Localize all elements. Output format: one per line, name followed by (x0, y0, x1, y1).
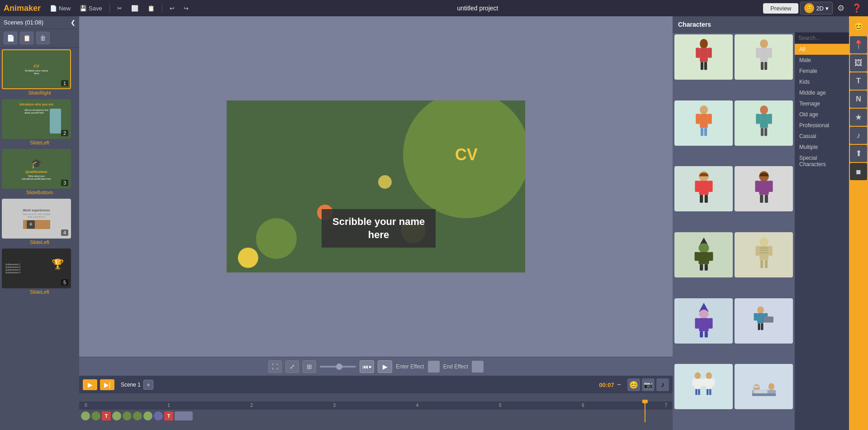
character-card-7[interactable] (674, 232, 733, 277)
save-button[interactable]: 💾 Save (76, 4, 106, 13)
zoom-track[interactable] (320, 366, 356, 368)
scene-thumbnail-3: 🎓 Qualification Write about youreducatio… (2, 149, 71, 189)
timeline-add-button[interactable]: + (143, 380, 153, 390)
delete-scene-button[interactable]: 🗑 (36, 32, 50, 44)
side-icon-character[interactable]: 😊 (850, 18, 867, 35)
characters-title: Characters (678, 21, 711, 28)
scene-item-3[interactable]: 🎓 Qualification Write about youreducatio… (2, 149, 77, 197)
timeline-char-icon[interactable]: 😊 (627, 378, 640, 391)
save-icon: 💾 (80, 5, 87, 12)
filter-old-age[interactable]: Old age (795, 109, 849, 120)
svg-rect-5 (704, 62, 707, 70)
side-icon-music[interactable]: ♪ (850, 127, 867, 144)
side-icon-map[interactable]: 📍 (850, 36, 867, 53)
playhead-handle[interactable] (642, 400, 648, 403)
canvas-circle-small (238, 248, 258, 268)
side-icon-upload[interactable]: ⬆ (850, 145, 867, 162)
filter-middle-age[interactable]: Middle age (795, 87, 849, 98)
character-svg-3 (690, 105, 717, 141)
undo-button[interactable]: ↩ (166, 4, 178, 13)
character-card-1[interactable] (674, 34, 733, 80)
filter-casual[interactable]: Casual (795, 131, 849, 142)
scene-number-4: 4 (61, 229, 68, 236)
character-card-12[interactable] (735, 364, 793, 409)
character-card-3[interactable] (674, 100, 733, 146)
fullscreen-button[interactable]: ⤢ (285, 360, 299, 373)
svg-point-30 (759, 171, 768, 182)
character-card-8[interactable] (735, 232, 793, 277)
new-button[interactable]: 📄 New (46, 4, 74, 13)
character-card-11[interactable] (674, 364, 733, 409)
side-icon-bg[interactable]: ◼ (850, 163, 867, 180)
end-effect-box[interactable] (472, 361, 484, 373)
character-card-5[interactable] (674, 166, 733, 211)
svg-rect-11 (764, 62, 767, 70)
side-icon-caption[interactable]: N (850, 91, 867, 108)
timeline-next-button[interactable]: ▶| (100, 379, 114, 390)
character-card-9[interactable] (674, 298, 733, 344)
zoom-thumb[interactable] (336, 363, 342, 370)
add-scene-button[interactable]: 📄 (4, 32, 17, 44)
filter-male[interactable]: Male (795, 55, 849, 66)
toolbar: Animaker 📄 New 💾 Save ✂ ⬜ 📋 ↩ ↪ untitled… (0, 0, 868, 16)
redo-button[interactable]: ↪ (180, 4, 192, 13)
timeline-time: 00:07 (599, 382, 614, 388)
play-button[interactable]: ▶ (378, 360, 392, 373)
name-text-box[interactable]: Scribble your namehere (322, 209, 436, 248)
side-icon-effects[interactable]: ★ (850, 109, 867, 126)
side-icon-image[interactable]: 🖼 (850, 54, 867, 72)
character-card-2[interactable] (735, 34, 793, 80)
enter-effect-box[interactable] (428, 361, 440, 373)
duplicate-scene-button[interactable]: 📋 (20, 32, 33, 44)
paste-button[interactable]: 📋 (144, 4, 158, 13)
filter-professional[interactable]: Professional (795, 120, 849, 131)
scene-item-5[interactable]: Achievement 1Achievement 2Achievement 3A… (2, 248, 77, 296)
timeline-camera-icon[interactable]: 📷 (642, 378, 655, 391)
help-icon[interactable]: ❓ (849, 2, 864, 14)
mode-selector[interactable]: 😊 2D ▾ (800, 2, 833, 14)
filter-kids[interactable]: Kids (795, 76, 849, 87)
main-canvas[interactable]: CV Scribble your namehere (227, 100, 525, 272)
svg-rect-22 (760, 128, 763, 136)
side-icon-text[interactable]: T (850, 72, 867, 90)
svg-rect-75 (712, 379, 715, 387)
cut-button[interactable]: ✂ (114, 4, 126, 13)
collapse-icon[interactable]: ❮ (71, 19, 76, 26)
filter-teenage[interactable]: Teenage (795, 98, 849, 109)
svg-rect-68 (692, 379, 695, 387)
character-card-6[interactable] (735, 166, 793, 211)
character-search[interactable]: 🔍 (795, 33, 849, 44)
scene-item-1[interactable]: CV Scribble your namehere 1 SlideRight (2, 49, 77, 97)
fit-canvas-button[interactable]: ⛶ (268, 360, 282, 373)
svg-point-37 (698, 243, 709, 253)
filter-female[interactable]: Female (795, 66, 849, 76)
character-card-10[interactable] (735, 298, 793, 344)
scene-item-4[interactable]: Work experiences Here are your main mult… (2, 199, 77, 247)
zoom-slider[interactable] (320, 366, 356, 368)
scene-item-2[interactable]: Introduce who you are Add an introductor… (2, 99, 77, 147)
timeline-playhead[interactable] (645, 401, 645, 422)
track-row-1: T T (81, 411, 671, 420)
timeline-play-button[interactable]: ▶ (83, 379, 97, 390)
svg-point-59 (757, 306, 764, 314)
play-scene-button[interactable]: ⏮▶ (360, 360, 374, 373)
svg-rect-14 (696, 114, 700, 124)
character-card-4[interactable] (735, 100, 793, 146)
timeline-minus-button[interactable]: − (617, 381, 621, 389)
preview-button[interactable]: Preview (763, 3, 798, 14)
character-svg-10 (750, 303, 778, 339)
filter-all[interactable]: All (795, 44, 849, 55)
svg-rect-58 (704, 331, 707, 337)
search-input[interactable] (798, 35, 849, 41)
settings-icon[interactable]: ⚙ (835, 2, 847, 14)
timeline-music-icon[interactable]: ♪ (656, 378, 669, 391)
filter-multiple[interactable]: Multiple (795, 142, 849, 153)
end-effect-label: End Effect (443, 363, 468, 370)
copy-button[interactable]: ⬜ (128, 4, 142, 13)
scenes-header: Scenes (01:08) ❮ (0, 16, 79, 29)
svg-rect-73 (706, 379, 712, 389)
grid-button[interactable]: ⊞ (303, 360, 316, 373)
filter-special[interactable]: Special Characters (795, 153, 849, 170)
timeline-row: 0 1 2 3 4 5 6 7 (79, 393, 673, 430)
scene-label-3: SlideBottom (2, 189, 77, 197)
